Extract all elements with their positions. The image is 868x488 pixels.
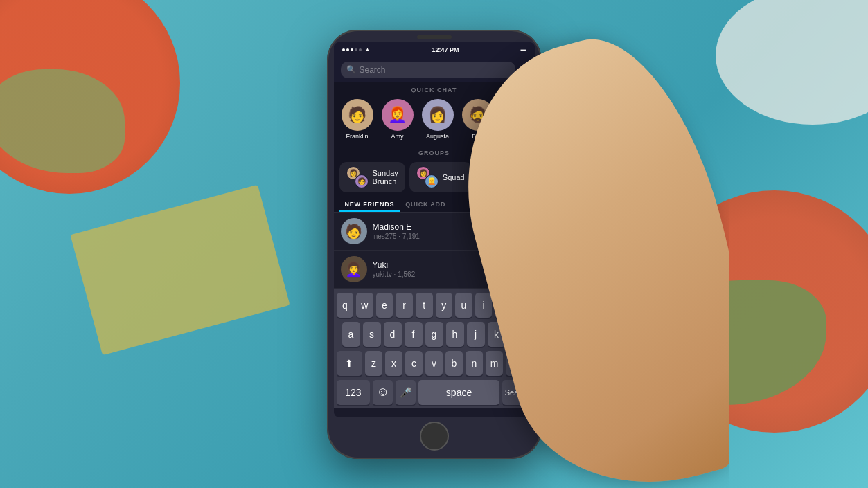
contact-amy[interactable]: 👩‍🦰 Amy: [380, 99, 416, 140]
group-sunday-brunch[interactable]: 👩 🧑 SundayBrunch: [339, 162, 405, 192]
key-backspace[interactable]: ⌫: [506, 351, 532, 376]
friend-avatar-madison: 🧑: [341, 218, 367, 244]
friend-name-madison: Madison E: [373, 222, 497, 232]
key-o[interactable]: o: [495, 293, 512, 318]
phone: ▲ 12:47 PM ▬ 🔍 Search ✕ QUICK CHAT: [327, 30, 542, 459]
yuki-group-icon: 🌐: [506, 261, 524, 278]
key-a[interactable]: a: [342, 322, 360, 347]
key-space[interactable]: space: [418, 380, 499, 405]
group-squad[interactable]: 👩 👱 Squad: [409, 162, 472, 192]
friend-sub-yuki: yuki.tv · 1,562: [373, 271, 497, 278]
key-row-2: a s d f g h j k l: [337, 322, 532, 347]
key-search[interactable]: Search: [502, 380, 532, 405]
key-w[interactable]: w: [356, 293, 373, 318]
key-k[interactable]: k: [488, 322, 506, 347]
group-avatars-sunday: 👩 🧑: [346, 166, 369, 188]
quick-chat-row: 🧑 Franklin 👩‍🦰 Amy 👩 Augusta 🧔 Billy: [334, 96, 535, 145]
tab-new-friends[interactable]: NEW FRIENDS: [339, 198, 400, 212]
key-j[interactable]: j: [467, 322, 485, 347]
key-emoji[interactable]: ☺: [373, 380, 393, 405]
key-i[interactable]: i: [475, 293, 493, 318]
key-m[interactable]: m: [486, 351, 503, 376]
battery-area: ▬: [520, 46, 526, 53]
key-v[interactable]: v: [425, 351, 443, 376]
friend-info-madison: Madison E ines275 · 7,191: [373, 222, 497, 240]
contact-name-augusta: Augusta: [426, 133, 449, 140]
search-placeholder: Search: [360, 65, 510, 75]
friend-sub-madison: ines275 · 7,191: [373, 233, 497, 240]
group-avatars-squad: 👩 👱: [416, 166, 439, 188]
key-t[interactable]: t: [416, 293, 433, 318]
search-icon: 🔍: [346, 65, 356, 74]
contact-avatar-billy: 🧔: [462, 99, 494, 131]
contact-name-billy: Billy: [472, 133, 484, 140]
key-mic[interactable]: 🎤: [396, 380, 416, 405]
group-name-sunday: SundayBrunch: [373, 169, 398, 186]
wifi-icon: ▲: [365, 46, 371, 53]
key-u[interactable]: u: [455, 293, 472, 318]
key-d[interactable]: d: [384, 322, 402, 347]
key-y[interactable]: y: [436, 293, 453, 318]
key-b[interactable]: b: [445, 351, 463, 376]
key-numbers[interactable]: 123: [337, 380, 371, 405]
add-icon-madison: ＋: [511, 225, 520, 237]
group-name-squad: Squad: [443, 173, 465, 181]
friend-avatar-yuki: 👩‍🦱: [341, 256, 367, 282]
friend-info-yuki: Yuki yuki.tv · 1,562: [373, 260, 497, 278]
signal-dot5: [359, 48, 362, 51]
contact-augusta[interactable]: 👩 Augusta: [420, 99, 456, 140]
key-c[interactable]: c: [405, 351, 423, 376]
contact-billy[interactable]: 🧔 Billy: [460, 99, 496, 140]
key-q[interactable]: q: [337, 293, 354, 318]
friend-madison[interactable]: 🧑 Madison E ines275 · 7,191 ＋: [334, 213, 535, 251]
home-button[interactable]: [420, 422, 449, 451]
signal-dot2: [346, 48, 349, 51]
contact-franklin[interactable]: 🧑 Franklin: [339, 99, 375, 140]
content-area: QUICK CHAT 🧑 Franklin 👩‍🦰 Amy 👩 Augusta: [334, 82, 535, 408]
phone-speaker: [417, 35, 452, 39]
signal-dot3: [351, 48, 353, 51]
friend-add-madison[interactable]: ＋: [503, 219, 528, 244]
key-l[interactable]: l: [508, 322, 526, 347]
status-bar: ▲ 12:47 PM ▬: [334, 42, 535, 57]
group-avatar-b: 🧑: [355, 174, 369, 188]
signal-dot4: [355, 48, 357, 51]
phone-screen: ▲ 12:47 PM ▬ 🔍 Search ✕ QUICK CHAT: [334, 42, 535, 417]
key-x[interactable]: x: [385, 351, 402, 376]
key-s[interactable]: s: [363, 322, 381, 347]
friend-yuki[interactable]: 👩‍🦱 Yuki yuki.tv · 1,562 🌐: [334, 251, 535, 289]
key-g[interactable]: g: [425, 322, 443, 347]
bg-napkin: [70, 185, 290, 355]
signal-area: ▲: [342, 46, 371, 53]
quick-chat-label: QUICK CHAT: [334, 82, 535, 96]
bg-plate-right: [716, 0, 868, 125]
key-n[interactable]: n: [466, 351, 483, 376]
key-h[interactable]: h: [446, 322, 464, 347]
signal-dot1: [342, 48, 345, 51]
key-row-3: ⬆ z x c v b n m ⌫: [337, 351, 532, 376]
close-button[interactable]: ✕: [520, 64, 528, 75]
groups-label: GROUPS: [334, 145, 535, 159]
key-f[interactable]: f: [405, 322, 423, 347]
friend-name-yuki: Yuki: [373, 260, 497, 270]
contact-avatar-augusta: 👩: [422, 99, 454, 131]
key-e[interactable]: e: [376, 293, 393, 318]
phone-body: ▲ 12:47 PM ▬ 🔍 Search ✕ QUICK CHAT: [327, 30, 542, 459]
key-r[interactable]: r: [396, 293, 413, 318]
friend-avatar-yuki-action[interactable]: 🌐: [503, 257, 528, 282]
contact-avatar-amy: 👩‍🦰: [382, 99, 414, 131]
key-shift[interactable]: ⬆: [337, 351, 363, 376]
tab-quick-add[interactable]: QUICK ADD: [400, 198, 451, 212]
key-z[interactable]: z: [365, 351, 382, 376]
keyboard[interactable]: q w e r t y u i o p a s d: [334, 289, 535, 408]
time-display: 12:47 PM: [432, 46, 459, 53]
tabs-row: NEW FRIENDS QUICK ADD: [334, 198, 535, 213]
group-avatar-d: 👱: [425, 174, 439, 188]
contact-avatar-franklin: 🧑: [342, 99, 373, 131]
battery-icon: ▬: [520, 46, 526, 53]
contact-name-amy: Amy: [391, 133, 404, 140]
search-bar[interactable]: 🔍 Search ✕: [334, 57, 535, 82]
search-input-container[interactable]: 🔍 Search: [341, 62, 515, 78]
key-p[interactable]: p: [515, 293, 532, 318]
contact-name-franklin: Franklin: [346, 133, 368, 140]
